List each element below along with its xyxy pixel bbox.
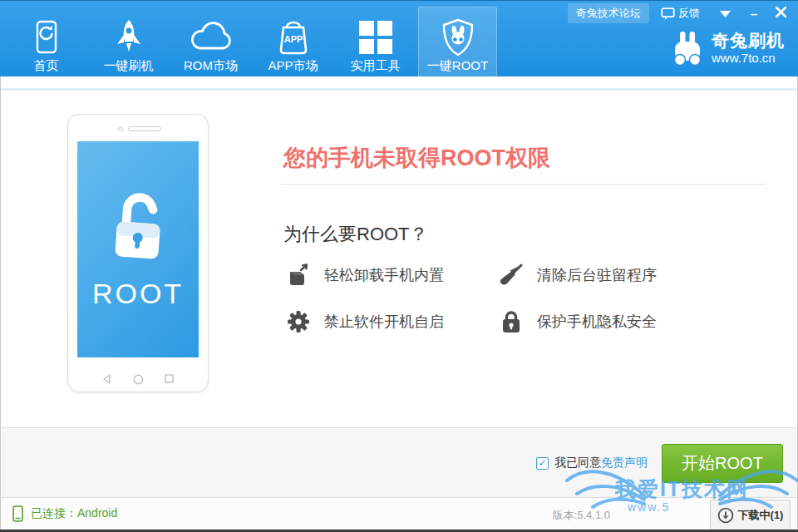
app-bag-text: APP bbox=[283, 34, 303, 44]
brand-url: www.7to.cn bbox=[712, 52, 785, 66]
close-icon bbox=[776, 7, 786, 17]
chat-bubble-icon bbox=[661, 7, 675, 20]
feature-label: 轻松卸载手机内置 bbox=[324, 265, 444, 285]
connection-status: 已连接：Android bbox=[12, 505, 117, 522]
app-window: 首页 一键刷机 bbox=[0, 0, 798, 532]
home-refresh-icon bbox=[32, 18, 62, 57]
forum-button[interactable]: 奇兔技术论坛 bbox=[568, 3, 649, 23]
nav-label: 一键ROOT bbox=[427, 58, 488, 74]
nav-item-home[interactable]: 首页 bbox=[7, 7, 86, 77]
download-icon bbox=[717, 507, 734, 524]
main-content: ROOT 您的手机未取得ROOT权限 为什么要ROOT？ bbox=[0, 76, 798, 427]
nav-label: 首页 bbox=[34, 58, 59, 74]
cloud-icon bbox=[189, 18, 234, 57]
bottom-action-bar: ✓ 我已同意 免责声明 开始ROOT bbox=[0, 427, 798, 497]
uninstall-box-icon bbox=[286, 264, 311, 287]
phone-camera-dot bbox=[118, 126, 123, 131]
rocket-icon bbox=[112, 18, 145, 57]
phone-screen: ROOT bbox=[77, 141, 199, 357]
nav-item-root[interactable]: 一键ROOT bbox=[418, 7, 497, 77]
phone-nav-buttons bbox=[68, 374, 208, 385]
feedback-label: 反馈 bbox=[678, 6, 700, 21]
page-title: 您的手机未取得ROOT权限 bbox=[283, 143, 550, 173]
clean-brush-icon bbox=[499, 264, 524, 287]
phone-illustration: ROOT bbox=[67, 114, 209, 392]
brand-name: 奇兔刷机 bbox=[712, 31, 785, 50]
download-label: 下载中(1) bbox=[738, 508, 784, 523]
title-bar: 首页 一键刷机 bbox=[0, 0, 798, 76]
unlocked-padlock-icon bbox=[100, 185, 176, 271]
title-divider bbox=[281, 184, 766, 185]
menu-caret-button[interactable] bbox=[713, 4, 737, 23]
agree-checkbox[interactable]: ✓ bbox=[536, 457, 549, 470]
start-root-button[interactable]: 开始ROOT bbox=[662, 444, 783, 483]
feature-autostart: 禁止软件开机自启 bbox=[286, 308, 499, 336]
android-back-icon bbox=[102, 374, 112, 384]
tools-grid-icon bbox=[359, 18, 392, 57]
disclaimer-link[interactable]: 免责声明 bbox=[601, 456, 648, 470]
gear-icon bbox=[286, 310, 311, 333]
minimize-button[interactable]: – bbox=[744, 5, 764, 22]
close-button[interactable] bbox=[769, 5, 793, 22]
nav-label: 一键刷机 bbox=[104, 58, 154, 74]
phone-connected-icon bbox=[12, 505, 23, 522]
status-bar: 已连接：Android 版本:5.4.1.0 下载中(1) bbox=[0, 497, 798, 530]
feature-label: 清除后台驻留程序 bbox=[537, 265, 657, 285]
feature-privacy: 保护手机隐私安全 bbox=[499, 308, 657, 336]
header-shadow-line bbox=[1, 88, 797, 91]
nav-item-tools[interactable]: 实用工具 bbox=[336, 7, 415, 77]
android-home-icon bbox=[133, 374, 144, 385]
download-button[interactable]: 下载中(1) bbox=[710, 500, 791, 530]
feature-label: 保护手机隐私安全 bbox=[537, 312, 657, 332]
nav-label: APP市场 bbox=[268, 58, 318, 74]
android-recents-icon bbox=[165, 374, 174, 383]
chevron-down-icon bbox=[720, 11, 731, 17]
feature-list: 轻松卸载手机内置 清除后台驻留程序 bbox=[286, 261, 657, 336]
phone-speaker bbox=[128, 126, 161, 131]
feedback-button[interactable]: 反馈 bbox=[661, 6, 700, 21]
nav-item-flash[interactable]: 一键刷机 bbox=[89, 7, 168, 77]
shield-rabbit-icon bbox=[441, 18, 475, 57]
rabbit-logo-icon bbox=[670, 31, 705, 66]
version-label: 版本:5.4.1.0 bbox=[553, 508, 610, 523]
why-root-heading: 为什么要ROOT？ bbox=[283, 222, 428, 247]
connection-text: 已连接：Android bbox=[31, 506, 117, 521]
window-controls: 奇兔技术论坛 反馈 – bbox=[568, 4, 793, 22]
agree-label: 我已同意 bbox=[554, 456, 601, 470]
feature-clean: 清除后台驻留程序 bbox=[499, 261, 657, 289]
agreement-row: ✓ 我已同意 免责声明 bbox=[536, 456, 648, 470]
feature-label: 禁止软件开机自启 bbox=[324, 312, 444, 332]
root-screen-label: ROOT bbox=[92, 278, 184, 310]
nav-item-rom-market[interactable]: ROM市场 bbox=[171, 7, 250, 77]
lock-icon bbox=[499, 310, 524, 333]
brand-logo: 奇兔刷机 www.7to.cn bbox=[670, 31, 785, 66]
nav-label: 实用工具 bbox=[351, 58, 401, 74]
app-bag-icon: APP bbox=[275, 18, 312, 57]
main-nav: 首页 一键刷机 bbox=[7, 7, 500, 77]
feature-uninstall: 轻松卸载手机内置 bbox=[286, 261, 499, 289]
nav-item-app-market[interactable]: APP APP市场 bbox=[254, 7, 332, 77]
nav-label: ROM市场 bbox=[184, 58, 238, 74]
